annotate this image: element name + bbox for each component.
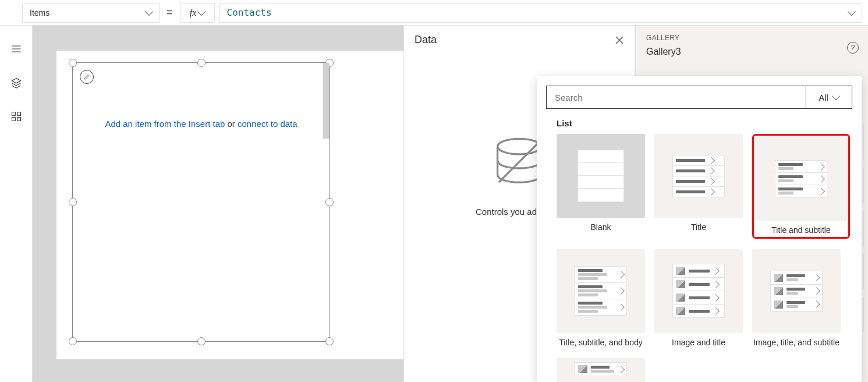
svg-rect-0 [12, 112, 15, 116]
svg-line-5 [499, 142, 540, 182]
chevron-down-icon [197, 7, 206, 15]
formula-input[interactable]: Contacts [219, 3, 862, 23]
insert-link[interactable]: Add an item from the Insert tab [105, 119, 225, 129]
chevron-down-icon [832, 92, 840, 100]
formula-text: Contacts [227, 7, 272, 18]
card-label: Title [691, 222, 706, 233]
resize-handle[interactable] [325, 337, 334, 345]
resize-handle[interactable] [69, 59, 77, 67]
control-name: Gallery3 [646, 47, 858, 57]
layout-card-title-subtitle[interactable]: Title and subtitle [752, 134, 850, 239]
svg-rect-3 [17, 118, 20, 121]
layout-card-extra[interactable] [557, 358, 645, 382]
equals-sign: = [164, 6, 175, 19]
connect-data-link[interactable]: connect to data [238, 119, 297, 129]
resize-handle[interactable] [197, 337, 206, 345]
property-dropdown[interactable]: Items [22, 3, 160, 23]
hamburger-icon[interactable] [10, 43, 22, 57]
layout-card-title-subtitle-body[interactable]: Title, subtitle, and body [557, 249, 645, 348]
svg-rect-2 [12, 118, 15, 121]
filter-dropdown[interactable]: All [805, 86, 852, 108]
chevron-down-icon [145, 7, 153, 15]
left-rail [0, 26, 33, 382]
data-panel-title: Data [414, 34, 437, 46]
help-icon[interactable]: ? [847, 42, 859, 54]
fx-button[interactable]: fx [180, 3, 215, 23]
card-label: Title and subtitle [771, 225, 830, 236]
gallery-control[interactable]: Add an item from the Insert tab or conne… [72, 62, 330, 342]
close-icon[interactable] [615, 36, 624, 45]
resize-handle[interactable] [69, 337, 77, 345]
gallery-placeholder: Add an item from the Insert tab or conne… [73, 119, 330, 129]
layout-card-image-title-subtitle[interactable]: Image, title, and subtitle [752, 249, 841, 348]
formula-bar: Items = fx Contacts [0, 0, 868, 26]
grid-icon[interactable] [10, 111, 22, 125]
card-label: Blank [590, 222, 611, 233]
or-text: or [225, 119, 238, 129]
card-label: Image, title, and subtitle [753, 338, 839, 348]
layout-card-blank[interactable]: Blank [557, 134, 645, 239]
layout-card-title[interactable]: Title [654, 134, 743, 239]
edit-icon[interactable] [80, 70, 94, 84]
search-input[interactable] [547, 86, 805, 108]
layers-icon[interactable] [10, 77, 22, 91]
svg-rect-1 [17, 112, 20, 116]
layout-card-image-title[interactable]: Image and title [654, 249, 743, 348]
resize-handle[interactable] [197, 59, 206, 67]
control-type-label: GALLERY [646, 34, 858, 42]
layout-popup: All List Blank [537, 76, 862, 382]
resize-handle[interactable] [325, 198, 334, 206]
resize-handle[interactable] [69, 198, 77, 206]
filter-label: All [819, 93, 828, 102]
card-label: Title, subtitle, and body [559, 338, 642, 348]
section-title: List [557, 118, 850, 128]
chevron-down-icon [848, 7, 856, 15]
property-name: Items [30, 8, 49, 17]
screen-frame: Add an item from the Insert tab or conne… [56, 51, 404, 359]
fx-label: fx [190, 8, 197, 18]
card-label: Image and title [672, 338, 725, 348]
layout-search-bar: All [546, 86, 852, 109]
